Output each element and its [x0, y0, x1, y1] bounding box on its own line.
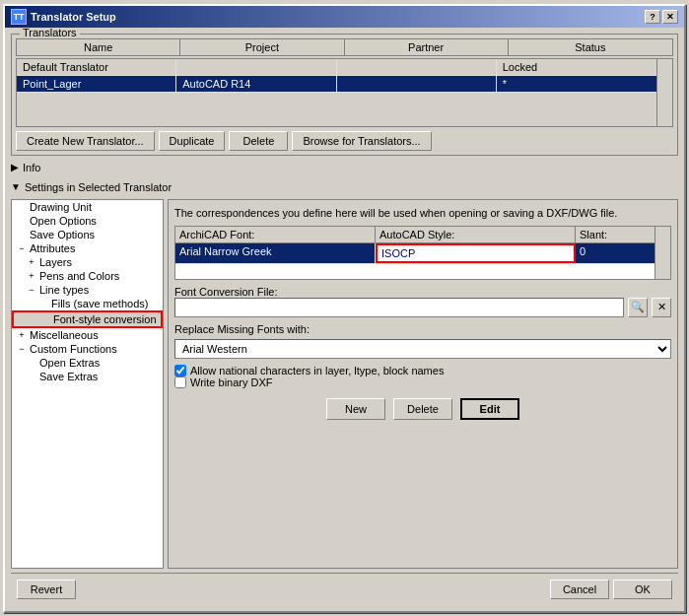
settings-body: Drawing Unit Open Options Save Options −…: [11, 199, 678, 569]
tree-label: Miscellaneous: [30, 329, 99, 341]
tree-expand-icon: −: [16, 243, 28, 253]
translators-label: Translators: [20, 28, 80, 38]
row1-name: Default Translator: [17, 59, 176, 75]
replace-section: Replace Missing Fonts with: Arial Wester…: [174, 323, 671, 359]
font-table-wrapper: ArchiCAD Font: AutoCAD Style: Slant: Ari…: [174, 226, 671, 280]
col-header-status: Status: [509, 39, 672, 55]
checkbox-row-1: Allow national characters in layer, ltyp…: [174, 365, 671, 376]
tree-item-line-types[interactable]: − Line types: [12, 283, 163, 297]
font-archicad-value: Arial Narrow Greek: [175, 243, 376, 263]
ok-button[interactable]: OK: [613, 580, 672, 599]
settings-header: ▼ Settings in Selected Translator: [11, 179, 678, 195]
info-expand-icon[interactable]: ▶: [11, 162, 19, 172]
row1-partner: [337, 59, 497, 75]
font-col-autocad: AutoCAD Style:: [376, 227, 576, 242]
row2-status: *: [497, 76, 656, 92]
col-header-partner: Partner: [345, 39, 509, 55]
font-table-scrollbar[interactable]: [655, 227, 670, 279]
font-conversion-input[interactable]: [174, 298, 624, 317]
settings-expand-icon[interactable]: ▼: [11, 181, 21, 192]
translators-table: Default Translator Locked Point_Lager Au…: [16, 58, 673, 127]
translator-buttons: Create New Translator... Duplicate Delet…: [16, 131, 673, 151]
tree-item-font-style[interactable]: Font-style conversion: [12, 310, 163, 328]
checkbox-row-2: Write binary DXF: [174, 376, 671, 388]
new-button[interactable]: New: [326, 398, 385, 420]
replace-dropdown-wrapper: Arial Western: [174, 339, 671, 359]
settings-label: Settings in Selected Translator: [25, 181, 172, 193]
create-translator-button[interactable]: Create New Translator...: [16, 131, 155, 151]
cancel-button[interactable]: Cancel: [550, 580, 609, 599]
font-clear-button[interactable]: ✕: [652, 298, 671, 317]
tree-panel: Drawing Unit Open Options Save Options −…: [11, 199, 164, 569]
table-row[interactable]: Point_Lager AutoCAD R14 *: [17, 76, 656, 93]
title-buttons: ? ✕: [645, 10, 678, 24]
bottom-bar: Revert Cancel OK: [11, 573, 678, 605]
action-buttons: New Delete Edit: [174, 398, 671, 420]
app-icon: TT: [11, 9, 27, 25]
tree-label: Line types: [39, 284, 89, 296]
info-section: ▶ Info: [11, 160, 678, 175]
duplicate-button[interactable]: Duplicate: [159, 131, 226, 151]
row1-project: [176, 59, 336, 75]
tree-item-drawing-unit[interactable]: Drawing Unit: [12, 200, 163, 214]
main-window: TT Translator Setup ? ✕ Translators Name…: [3, 4, 686, 613]
tree-label: Open Extras: [39, 357, 100, 369]
tree-expand-icon: +: [26, 271, 37, 281]
checkbox-binary-dxf[interactable]: [174, 376, 186, 388]
replace-dropdown[interactable]: Arial Western: [174, 339, 671, 359]
window-body: Translators Name Project Partner Status …: [5, 28, 684, 611]
table-scrollbar[interactable]: [656, 59, 672, 126]
checkbox-label-1: Allow national characters in layer, ltyp…: [190, 365, 444, 376]
font-table-row[interactable]: Arial Narrow Greek ISOCP 0: [175, 243, 655, 264]
checkbox-label-2: Write binary DXF: [190, 376, 273, 388]
tree-label: Save Options: [30, 229, 95, 240]
checkbox-national-chars[interactable]: [174, 365, 186, 376]
font-slant-value: 0: [576, 243, 655, 263]
tree-item-open-extras[interactable]: Open Extras: [12, 356, 163, 370]
title-bar-left: TT Translator Setup: [11, 9, 116, 25]
title-bar: TT Translator Setup ? ✕: [5, 6, 684, 28]
tree-item-open-options[interactable]: Open Options: [12, 214, 163, 228]
font-table-content: ArchiCAD Font: AutoCAD Style: Slant: Ari…: [175, 227, 655, 279]
tree-label: Layers: [39, 256, 72, 268]
tree-item-pens-colors[interactable]: + Pens and Colors: [12, 269, 163, 283]
main-panel: The correspondences you define here will…: [168, 199, 678, 569]
window-title: Translator Setup: [31, 11, 116, 23]
tree-label: Attributes: [30, 242, 75, 254]
tree-item-save-extras[interactable]: Save Extras: [12, 370, 163, 383]
revert-button[interactable]: Revert: [17, 580, 76, 599]
font-conversion-label-row: Font Conversion File:: [174, 286, 671, 298]
tree-label: Drawing Unit: [30, 201, 92, 213]
col-header-project: Project: [180, 39, 344, 55]
table-header: Name Project Partner Status: [16, 38, 673, 56]
tree-label: Save Extras: [39, 371, 98, 382]
tree-item-attributes[interactable]: − Attributes: [12, 241, 163, 255]
delete-translator-button[interactable]: Delete: [229, 131, 288, 151]
tree-item-miscellaneous[interactable]: + Miscellaneous: [12, 328, 163, 342]
font-conversion-input-row: 🔍 ✕: [174, 298, 671, 317]
table-row[interactable]: Default Translator Locked: [17, 59, 656, 76]
row2-name: Point_Lager: [17, 76, 176, 92]
browse-translators-button[interactable]: Browse for Translators...: [292, 131, 431, 151]
font-table-header: ArchiCAD Font: AutoCAD Style: Slant:: [175, 227, 655, 243]
edit-button[interactable]: Edit: [460, 398, 519, 420]
info-label: Info: [23, 162, 40, 173]
close-button[interactable]: ✕: [662, 10, 678, 24]
tree-item-custom-functions[interactable]: − Custom Functions: [12, 342, 163, 356]
font-autocad-value: ISOCP: [376, 243, 576, 263]
help-button[interactable]: ?: [645, 10, 660, 24]
tree-expand-icon: +: [16, 330, 28, 340]
delete-button[interactable]: Delete: [393, 398, 452, 420]
table-content: Default Translator Locked Point_Lager Au…: [17, 59, 656, 126]
tree-item-fills[interactable]: Fills (save methods): [12, 297, 163, 310]
tree-item-save-options[interactable]: Save Options: [12, 228, 163, 241]
tree-expand-icon: −: [26, 285, 37, 295]
font-col-slant: Slant:: [576, 227, 655, 242]
bottom-right-buttons: Cancel OK: [550, 580, 672, 599]
translators-group: Translators Name Project Partner Status …: [11, 34, 678, 156]
description-text: The correspondences you define here will…: [174, 206, 671, 220]
tree-expand-icon: −: [16, 344, 28, 354]
font-browse-button[interactable]: 🔍: [628, 298, 648, 317]
tree-item-layers[interactable]: + Layers: [12, 255, 163, 269]
font-conversion-section: Font Conversion File: 🔍 ✕: [174, 286, 671, 317]
